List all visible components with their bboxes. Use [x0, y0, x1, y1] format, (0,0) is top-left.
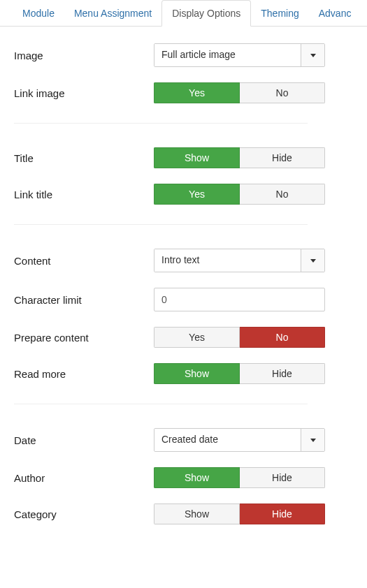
- row-author: Author Show Hide: [14, 467, 353, 488]
- row-read-more: Read more Show Hide: [14, 363, 353, 384]
- row-link-title: Link title Yes No: [14, 184, 353, 205]
- select-date[interactable]: Created date: [154, 428, 325, 452]
- toggle-read-more: Show Hide: [154, 363, 325, 384]
- select-content[interactable]: Intro text: [154, 249, 325, 272]
- toggle-prepare-content-no[interactable]: No: [240, 327, 325, 348]
- label-author: Author: [14, 472, 154, 484]
- row-image: Image Full article image: [14, 43, 353, 67]
- tab-menu-assignment[interactable]: Menu Assignment: [64, 1, 161, 26]
- toggle-prepare-content-yes[interactable]: Yes: [154, 327, 240, 348]
- tab-module[interactable]: Module: [13, 1, 64, 26]
- label-char-limit: Character limit: [14, 294, 154, 306]
- select-date-toggle[interactable]: [301, 429, 324, 451]
- toggle-author-hide[interactable]: Hide: [240, 467, 325, 488]
- row-link-image: Link image Yes No: [14, 82, 353, 103]
- tab-theming[interactable]: Theming: [251, 1, 308, 26]
- toggle-link-title-yes[interactable]: Yes: [154, 184, 240, 205]
- select-content-value: Intro text: [154, 249, 301, 272]
- row-category: Category Show Hide: [14, 504, 353, 524]
- select-image-value: Full article image: [154, 44, 301, 66]
- row-content: Content Intro text: [14, 249, 353, 272]
- select-date-value: Created date: [154, 429, 301, 451]
- divider: [14, 404, 308, 404]
- select-image-toggle[interactable]: [301, 44, 324, 66]
- label-link-image: Link image: [14, 87, 154, 99]
- row-title: Title Show Hide: [14, 147, 353, 168]
- toggle-category-hide[interactable]: Hide: [240, 504, 325, 524]
- toggle-author: Show Hide: [154, 467, 325, 488]
- label-link-title: Link title: [14, 189, 154, 200]
- caret-down-icon: [310, 439, 316, 442]
- toggle-read-more-hide[interactable]: Hide: [240, 363, 325, 384]
- divider: [14, 224, 308, 225]
- row-char-limit: Character limit: [14, 288, 353, 311]
- toggle-title: Show Hide: [154, 147, 325, 168]
- label-image: Image: [14, 50, 154, 61]
- toggle-title-hide[interactable]: Hide: [240, 147, 325, 168]
- caret-down-icon: [310, 259, 316, 263]
- toggle-link-image-no[interactable]: No: [240, 82, 325, 103]
- form-content: Image Full article image Link image Yes …: [0, 27, 367, 568]
- divider: [14, 123, 308, 124]
- label-read-more: Read more: [14, 368, 154, 380]
- toggle-link-image-yes[interactable]: Yes: [154, 82, 240, 103]
- toggle-prepare-content: Yes No: [154, 327, 325, 348]
- tab-advanced[interactable]: Advanc: [309, 1, 361, 26]
- input-char-limit[interactable]: [154, 288, 325, 311]
- label-title: Title: [14, 152, 154, 164]
- toggle-read-more-show[interactable]: Show: [154, 363, 240, 384]
- toggle-category-show[interactable]: Show: [154, 504, 240, 524]
- label-prepare-content: Prepare content: [14, 332, 154, 344]
- tab-bar: Module Menu Assignment Display Options T…: [0, 0, 367, 27]
- toggle-link-title: Yes No: [154, 184, 325, 205]
- toggle-title-show[interactable]: Show: [154, 147, 240, 168]
- row-date: Date Created date: [14, 428, 353, 452]
- toggle-link-image: Yes No: [154, 82, 325, 103]
- row-prepare-content: Prepare content Yes No: [14, 327, 353, 348]
- toggle-author-show[interactable]: Show: [154, 467, 240, 488]
- select-image[interactable]: Full article image: [154, 43, 325, 67]
- label-content: Content: [14, 255, 154, 267]
- select-content-toggle[interactable]: [301, 249, 324, 272]
- label-category: Category: [14, 508, 154, 520]
- label-date: Date: [14, 434, 154, 446]
- caret-down-icon: [310, 54, 316, 57]
- toggle-category: Show Hide: [154, 504, 325, 524]
- toggle-link-title-no[interactable]: No: [240, 184, 325, 205]
- tab-display-options[interactable]: Display Options: [161, 0, 251, 27]
